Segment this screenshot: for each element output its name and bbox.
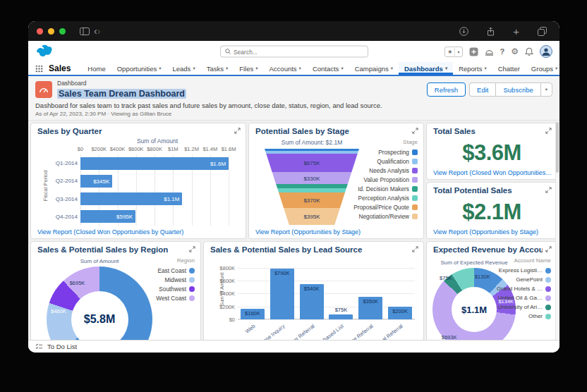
zoom-window-button[interactable] (59, 28, 66, 35)
salesforce-logo[interactable] (35, 44, 55, 59)
legend-swatch (412, 177, 418, 183)
tab-label: Dashboards (404, 65, 443, 73)
tab-campaigns[interactable]: Campaigns▾ (349, 62, 399, 75)
view-report-link[interactable]: View Report (Closed Won Opportunities by… (433, 169, 552, 176)
more-actions-caret-button[interactable]: ▾ (540, 82, 552, 97)
tab-files[interactable]: Files▾ (234, 62, 263, 75)
bar-q3-2014[interactable]: $1.1M (80, 192, 182, 205)
download-icon[interactable] (459, 27, 468, 36)
bar-phone-inquiry[interactable]: $790K (270, 269, 294, 319)
expand-icon[interactable] (545, 246, 552, 252)
tab-opportunities[interactable]: Opportunities▾ (111, 62, 167, 75)
chevron-down-icon: ▾ (445, 66, 447, 71)
expand-icon[interactable] (412, 128, 418, 134)
view-report-link[interactable]: View Report (Closed Won Opportunities by… (37, 228, 241, 235)
x-tick-label: $800K (147, 146, 162, 152)
legend-item: West Coast (156, 293, 195, 302)
refresh-button[interactable]: Refresh (427, 82, 466, 97)
tab-reports[interactable]: Reports▾ (453, 62, 492, 75)
tab-groups[interactable]: Groups▾ (526, 62, 559, 75)
page-title: Sales Team Dream Dashboard (57, 89, 186, 99)
notifications-bell-icon[interactable] (525, 47, 533, 56)
metric-value: $3.6M (427, 140, 557, 166)
app-launcher-icon[interactable] (35, 65, 43, 73)
bar-q2-2014[interactable]: $345K (80, 175, 112, 188)
search-input[interactable] (234, 48, 363, 55)
desktop-background: ‹ › + (0, 0, 587, 392)
bar-employee-referral[interactable]: $350K (358, 297, 382, 319)
tab-home[interactable]: Home (82, 62, 111, 75)
legend-item: Express Logisti… (497, 266, 551, 275)
expand-icon[interactable] (189, 246, 195, 252)
sidebar-toggle-icon[interactable] (80, 27, 90, 35)
help-icon[interactable]: ? (500, 48, 505, 56)
slice-value-label: $693K (442, 333, 457, 340)
chevron-down-icon: ▾ (555, 66, 557, 71)
dashboard-scrollbar[interactable] (555, 121, 559, 340)
chevron-down-icon: ▾ (299, 66, 301, 71)
tab-overview-icon[interactable] (538, 27, 547, 36)
expand-icon[interactable] (234, 128, 241, 134)
todo-list-icon (35, 343, 43, 350)
view-report-link[interactable]: View Report (Opportunities by Stage) (433, 228, 552, 235)
bar-q1-2014[interactable]: $1.6M (80, 157, 229, 170)
bar-partner-referral[interactable]: $540K (300, 284, 324, 319)
browser-window: ‹ › + (28, 21, 559, 353)
favorites-button[interactable]: ★ ▾ (444, 47, 462, 57)
bar-purchased-list[interactable]: $75K (329, 314, 353, 319)
tab-label: Chatter (498, 65, 520, 73)
forward-icon[interactable]: › (97, 26, 101, 36)
new-tab-icon[interactable]: + (513, 25, 519, 37)
legend-swatch (189, 295, 195, 301)
tab-label: Contacts (313, 65, 339, 73)
funnel-segment-value-proposition[interactable]: $330K (265, 172, 359, 184)
edit-button[interactable]: Edit (469, 82, 495, 97)
bar-web[interactable]: $160K (241, 309, 265, 319)
share-icon[interactable] (487, 27, 495, 36)
bar-external-referral[interactable]: $200K (388, 307, 412, 319)
expand-icon[interactable] (545, 187, 552, 193)
legend-item: Qualification (353, 157, 418, 166)
chevron-down-icon: ▾ (226, 66, 228, 71)
legend-item: Perception Analysis (353, 193, 418, 202)
legend-title: Account Name (497, 257, 551, 264)
close-window-button[interactable] (37, 28, 43, 35)
tab-label: Groups (531, 65, 553, 73)
bar-q4-2014[interactable]: $595K (80, 210, 135, 223)
subscribe-button[interactable]: Subscribe (495, 82, 540, 97)
expand-icon[interactable] (545, 128, 552, 134)
todo-list-label: To Do List (47, 343, 77, 350)
tab-leads[interactable]: Leads▾ (167, 62, 200, 75)
x-tick-label: $1.2M (184, 146, 199, 152)
tab-contacts[interactable]: Contacts▾ (307, 62, 349, 75)
tab-dashboards[interactable]: Dashboards▾ (399, 62, 453, 75)
global-actions-icon[interactable] (469, 47, 478, 56)
guidance-center-icon[interactable] (485, 48, 494, 56)
legend-item: Grand Hotels & … (497, 284, 551, 293)
setup-gear-icon[interactable]: ⚙ (511, 47, 519, 56)
tab-chatter[interactable]: Chatter (492, 62, 526, 75)
legend-label: United Oil & Ga… (497, 295, 543, 301)
legend-swatch (545, 286, 551, 292)
legend-item: GenePoint (497, 275, 551, 284)
user-avatar[interactable] (540, 45, 552, 58)
legend-item: Midwest (156, 275, 195, 284)
minimize-window-button[interactable] (48, 28, 54, 35)
legend-label: Perception Analysis (358, 195, 409, 202)
global-search-input[interactable] (220, 46, 368, 58)
funnel-segment-negotiation-review[interactable]: $395K (265, 208, 359, 225)
todo-list-bar[interactable]: To Do List (28, 340, 559, 353)
legend-swatch (189, 277, 195, 283)
y-tick-label: $0 (229, 317, 235, 323)
tab-accounts[interactable]: Accounts▾ (264, 62, 307, 75)
expand-icon[interactable] (412, 246, 418, 252)
funnel-segment-proposal-price-quote[interactable]: $370K (265, 192, 359, 208)
segment-value-label: $395K (265, 214, 359, 220)
bar-value-label: $790K (270, 270, 294, 276)
chevron-down-icon: ▾ (193, 66, 195, 71)
view-report-link[interactable]: View Report (Opportunities by Stage) (255, 228, 419, 235)
account-legend: Account NameExpress Logisti…GenePointGra… (497, 257, 551, 321)
card-title: Total Potential Sales (433, 186, 543, 195)
tab-tasks[interactable]: Tasks▾ (201, 62, 234, 75)
funnel-segment-needs-analysis[interactable]: $675K (265, 154, 359, 172)
